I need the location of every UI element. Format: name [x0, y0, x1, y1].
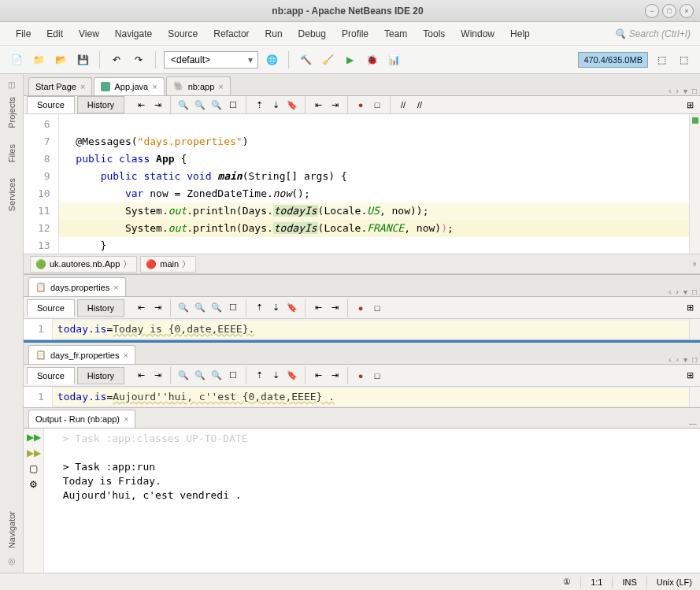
history-tab[interactable]: History [77, 96, 124, 113]
next-bookmark-icon[interactable]: ⇣ [269, 98, 283, 112]
bookmark-icon[interactable]: ⇡ [252, 369, 266, 383]
menu-source[interactable]: Source [161, 25, 204, 43]
macro-stop-icon[interactable]: □ [370, 369, 384, 383]
menu-debug[interactable]: Debug [292, 25, 332, 43]
nav-back-icon[interactable]: ⇤ [134, 301, 148, 315]
find-icon[interactable]: 🔍 [193, 301, 207, 315]
menu-profile[interactable]: Profile [335, 25, 375, 43]
rerun2-icon[interactable]: ▶▶ [27, 447, 41, 458]
sidebar-tab-services[interactable]: Services [6, 170, 18, 219]
tabs-prev-icon[interactable]: ‹ [669, 87, 671, 95]
tabs-next-icon[interactable]: › [676, 288, 679, 296]
bookmark-icon[interactable]: ⇣ [269, 369, 283, 383]
shift-icon[interactable]: ⇤ [311, 369, 325, 383]
tab-close-icon[interactable]: × [123, 351, 128, 360]
tab-output[interactable]: Output - Run (nb:app) × [28, 410, 135, 428]
tabs-dropdown-icon[interactable]: ▾ [683, 355, 687, 364]
run-icon[interactable]: ▶ [341, 51, 358, 69]
hl-icon[interactable]: ☐ [226, 301, 240, 315]
cube-icon[interactable]: ⬚ [653, 51, 670, 69]
breadcrumb-method[interactable]: 🔴 main 〉 [140, 256, 196, 273]
output-content[interactable]: > Task :app:classes UP-TO-DATE > Task :a… [44, 429, 700, 573]
find-icon[interactable]: 🔍 [209, 369, 224, 383]
toggle-bookmark-icon[interactable]: 🔖 [285, 98, 299, 112]
notification-badge[interactable]: ① [563, 577, 571, 587]
tab-close-icon[interactable]: × [218, 82, 223, 91]
tab-days-fr-properties[interactable]: 📋 days_fr.properties × [28, 345, 135, 364]
overview-ruler[interactable] [689, 114, 700, 273]
find-next-icon[interactable]: 🔍 [193, 98, 207, 112]
new-file-icon[interactable]: 📄 [8, 51, 25, 69]
profile-icon[interactable]: 📊 [385, 51, 402, 69]
shift-icon[interactable]: ⇥ [328, 369, 342, 383]
history-tab[interactable]: History [77, 367, 124, 384]
shift-left-icon[interactable]: ⇤ [311, 98, 325, 112]
menu-view[interactable]: View [72, 25, 106, 43]
stop-icon[interactable]: ▢ [29, 463, 38, 474]
shift-right-icon[interactable]: ⇥ [328, 98, 342, 112]
settings-icon[interactable]: ⚙ [29, 479, 38, 490]
shift-icon[interactable]: ⇥ [328, 301, 342, 315]
overview-ruler[interactable] [689, 319, 700, 340]
tabs-prev-icon[interactable]: ‹ [669, 355, 671, 364]
memory-badge[interactable]: 470.4/635.0MB [578, 52, 648, 68]
menu-refactor[interactable]: Refactor [207, 25, 255, 43]
maximize-button[interactable]: □ [662, 4, 676, 18]
split-icon[interactable]: ⊞ [683, 301, 697, 315]
sidebar-target-icon[interactable]: ◎ [8, 556, 16, 566]
save-all-icon[interactable]: 💾 [74, 51, 91, 69]
uncomment-icon[interactable]: // [413, 98, 427, 112]
debug-icon[interactable]: 🐞 [363, 51, 380, 69]
macro-rec-icon[interactable]: ● [354, 301, 368, 315]
props1-editor[interactable]: 1 today.is=Today is {0,date,EEEE}. [24, 319, 700, 340]
nav-fwd-icon[interactable]: ⇥ [150, 98, 165, 112]
menu-window[interactable]: Window [454, 25, 501, 43]
macro-rec-icon[interactable]: ● [354, 98, 368, 112]
sidebar-minimize-icon[interactable]: ◫ [8, 80, 15, 89]
tabs-maximize-icon[interactable]: □ [692, 355, 697, 364]
menu-team[interactable]: Team [378, 25, 413, 43]
bookmark-icon[interactable]: ⇡ [252, 301, 266, 315]
menu-navigate[interactable]: Navigate [109, 25, 158, 43]
menu-run[interactable]: Run [259, 25, 289, 43]
code-editor[interactable]: 6 7 8 9 10 11 12 13 14 @Messages("days.p… [24, 114, 700, 273]
tabs-dropdown-icon[interactable]: ▾ [683, 288, 687, 296]
menu-tools[interactable]: Tools [417, 25, 451, 43]
bookmark-icon[interactable]: 🔖 [285, 369, 299, 383]
tab-close-icon[interactable]: × [124, 414, 128, 424]
find-icon[interactable]: 🔍 [193, 369, 207, 383]
nav-fwd-icon[interactable]: ⇥ [150, 301, 165, 315]
tabs-maximize-icon[interactable]: □ [692, 288, 697, 296]
bookmark-icon[interactable]: ⇣ [269, 301, 283, 315]
split-icon[interactable]: ⊞ [683, 98, 697, 112]
source-tab[interactable]: Source [27, 299, 75, 317]
shift-icon[interactable]: ⇤ [311, 301, 325, 315]
tabs-next-icon[interactable]: › [676, 355, 679, 364]
menu-help[interactable]: Help [504, 25, 536, 43]
undo-icon[interactable]: ↶ [108, 51, 125, 69]
sidebar-tab-projects[interactable]: Projects [6, 89, 18, 136]
rerun-icon[interactable]: ▶▶ [27, 432, 41, 443]
tab-close-icon[interactable]: × [152, 82, 157, 91]
tabs-prev-icon[interactable]: ‹ [669, 288, 671, 296]
comment-icon[interactable]: // [396, 98, 410, 112]
source-tab[interactable]: Source [27, 367, 75, 384]
insert-mode[interactable]: INS [622, 577, 636, 587]
macro-stop-icon[interactable]: □ [370, 301, 384, 315]
line-ending[interactable]: Unix (LF) [657, 577, 692, 587]
tab-close-icon[interactable]: × [80, 82, 85, 91]
history-tab[interactable]: History [77, 299, 124, 317]
breadcrumb-class[interactable]: 🟢 uk.autores.nb.App 〉 [30, 256, 137, 273]
tab-nb-app[interactable]: 🐘 nb:app × [166, 76, 231, 95]
find-icon[interactable]: 🔍 [176, 301, 191, 315]
bookmark-icon[interactable]: 🔖 [285, 301, 299, 315]
build-icon[interactable]: 🔨 [297, 51, 314, 69]
tabs-maximize-icon[interactable]: □ [692, 87, 697, 95]
sidebar-tab-files[interactable]: Files [6, 136, 18, 170]
source-tab[interactable]: Source [27, 96, 75, 113]
tab-close-icon[interactable]: × [113, 283, 118, 292]
minimize-button[interactable]: − [645, 4, 659, 18]
find-icon[interactable]: 🔍 [176, 369, 191, 383]
macro-rec-icon[interactable]: ● [354, 369, 368, 383]
tabs-next-icon[interactable]: › [676, 87, 679, 95]
